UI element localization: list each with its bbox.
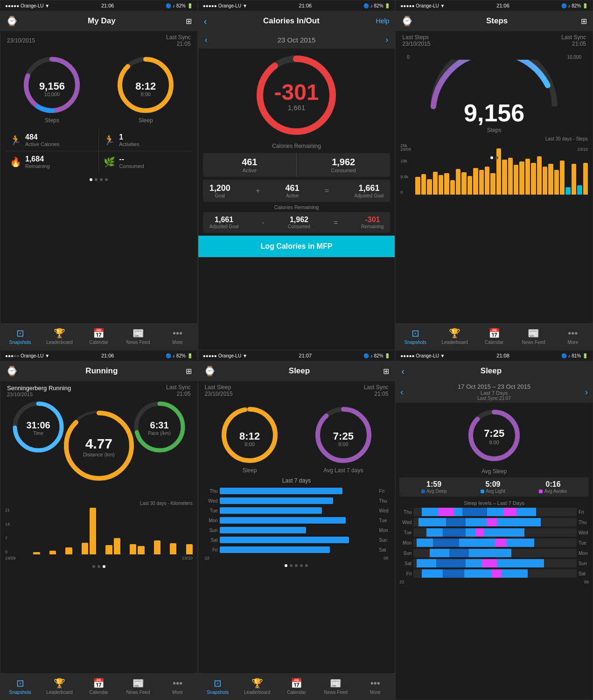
level-label-wed: Wed	[399, 520, 412, 525]
cal-date-nav: ‹ 23 Oct 2015 ›	[198, 31, 395, 49]
cal-breakdown: 461 Active 1,962 Consumed	[203, 153, 391, 177]
eq-consumed: 1,962 Consumed	[288, 216, 310, 229]
nav-newsfeed-5[interactable]: 📰 News Feed	[316, 678, 356, 695]
nav-snapshots-5[interactable]: ⊡ Snapshots	[198, 678, 237, 695]
help-btn[interactable]: Help	[376, 17, 390, 25]
grid-icon-3[interactable]: ⊞	[581, 17, 587, 26]
light-color	[481, 490, 484, 493]
level-label-fri: Fri	[399, 571, 412, 576]
rbar-13	[114, 538, 120, 554]
cal-prev[interactable]: ‹	[205, 35, 208, 45]
nav-newsfeed-1[interactable]: 📰 News Feed	[119, 328, 158, 345]
pace-value: 6:31	[148, 420, 170, 431]
stats-grid-1: 🏃 484 Active Calories 🏃 1 Activities 🔥	[5, 129, 193, 173]
dot-3	[100, 178, 103, 181]
nav-leaderboard-4[interactable]: 🏆 Leaderboard	[40, 678, 79, 695]
activity-name: Senningerberg Running	[7, 385, 71, 392]
sleep-bar-mon: Mon Tue	[205, 517, 389, 524]
nav-calendar-3[interactable]: 📅 Calendar	[474, 328, 514, 345]
cal-next[interactable]: ›	[385, 35, 388, 45]
calendar-label-4: Calendar	[90, 690, 109, 695]
level-deep-mon	[433, 539, 459, 547]
nav-snapshots-3[interactable]: ⊡ Snapshots	[396, 328, 435, 345]
nav-leaderboard-5[interactable]: 🏆 Leaderboard	[237, 678, 277, 695]
content-my-day: 23/10/2015 Last Sync21:05 9,156 10,000 S…	[0, 31, 197, 323]
sub-header-4: Senningerberg Running 23/10/2015 Last Sy…	[0, 381, 197, 400]
steps-goal: 10,000	[39, 91, 65, 97]
nav-more-3[interactable]: ••• More	[553, 328, 593, 345]
steps-chart-y-labels-row: 25k 19k 9.5k 0	[400, 143, 588, 146]
nav-more-1[interactable]: ••• More	[158, 328, 197, 345]
light-stat: 5:09 Avg Light	[481, 480, 505, 494]
sleep-detail-date-range: 17 Oct 2015 – 23 Oct 2015 Last 7 Days La…	[458, 383, 530, 401]
sleep1-value: 8:12	[239, 431, 260, 441]
rbar-9	[82, 543, 88, 554]
grid-icon-1[interactable]: ⊞	[186, 17, 192, 26]
content-sleep: Last Sleep23/10/2015 Last Sync21:05 8:12…	[198, 381, 395, 673]
sleep-detail-prev[interactable]: ‹	[400, 387, 403, 397]
panel-running: ●●●○○ Orange-LU ▼ 21:06 🔵 ♪ 82% 🔋 ⌚ Runn…	[0, 350, 198, 700]
leaderboard-label-4: Leaderboard	[46, 690, 73, 695]
steps-sync: Last Sync21:05	[561, 34, 586, 47]
bar-wrap-fri	[220, 546, 377, 553]
panel-my-day: ●●●●● Orange-LU ▼ 21:06 🔵 ♪ 82% 🔋 ⌚ My D…	[0, 0, 198, 350]
sleep-levels-chart: Thu Fri Wed	[399, 508, 589, 578]
running-bars	[17, 508, 193, 554]
panel-sleep: ●●●●● Orange-LU ▼ 21:07 🔵 ♪ 82% 🔋 ⌚ Slee…	[198, 350, 396, 700]
date-1: 23/10/2015	[7, 37, 35, 44]
level-bar-sat	[413, 559, 577, 567]
active-cal-label: Active Calories	[25, 141, 59, 147]
level-bar-tue	[413, 528, 577, 537]
dots-4	[0, 563, 197, 570]
newsfeed-label-5: News Feed	[324, 690, 348, 695]
nav-snapshots-4[interactable]: ⊡ Snapshots	[0, 678, 40, 695]
nav-more-4[interactable]: ••• More	[158, 678, 197, 695]
sleep-detail-next[interactable]: ›	[585, 387, 588, 397]
bar-30	[583, 163, 588, 195]
nav-leaderboard-1[interactable]: 🏆 Leaderboard	[40, 328, 79, 345]
steps-gauge-labels: 0 10,000	[402, 55, 586, 60]
grid-icon-4[interactable]: ⊞	[186, 367, 192, 376]
sleep-x-labels: 22 06	[205, 556, 389, 560]
log-calories-btn[interactable]: Log Calories in MFP	[198, 236, 395, 257]
nav-newsfeed-3[interactable]: 📰 News Feed	[514, 328, 553, 345]
steps-label: Steps	[45, 117, 59, 124]
active-cal-icon: 🏃	[10, 134, 21, 146]
nav-more-5[interactable]: ••• More	[356, 678, 395, 695]
levels-x-start: 22	[399, 580, 404, 584]
grid-icon-5[interactable]: ⊞	[383, 367, 389, 376]
calendar-label-5: Calendar	[287, 690, 306, 695]
run-time-value: 31:06	[27, 420, 50, 431]
nav-calendar-5[interactable]: 📅 Calendar	[277, 678, 316, 695]
distance-value: 4.77	[83, 436, 115, 452]
sleep2-label: Avg Last 7 days	[323, 467, 363, 474]
deep-text: Avg Deep	[426, 489, 447, 494]
bar-wed	[220, 497, 333, 504]
activities-info: 1 Activities	[119, 133, 139, 147]
bar-label-tue: Tue	[205, 508, 218, 513]
dot-5-2	[290, 564, 293, 567]
back-arrow-2[interactable]: ‹	[204, 16, 207, 27]
battery-6: 🔵 ♪ 81% 🔋	[561, 353, 588, 358]
calendar-icon-3: 📅	[488, 328, 500, 339]
dot-4	[105, 178, 108, 181]
nav-newsfeed-4[interactable]: 📰 News Feed	[119, 678, 158, 695]
level-row-wed: Wed Thu	[399, 518, 589, 526]
bar-11	[473, 168, 478, 195]
fitbit-icon-4: ⌚	[6, 365, 18, 377]
newsfeed-icon-3: 📰	[528, 328, 539, 339]
nav-leaderboard-3[interactable]: 🏆 Leaderboard	[435, 328, 474, 345]
nav-snapshots-1[interactable]: ⊡ Snapshots	[0, 328, 40, 345]
level-awake-wed	[487, 518, 497, 526]
back-arrow-6[interactable]: ‹	[401, 366, 405, 377]
nav-calendar-4[interactable]: 📅 Calendar	[79, 678, 119, 695]
run-y-0: 0	[5, 550, 15, 554]
circles-row-1: 9,156 10,000 Steps 8:12 8:00 Sleep	[0, 50, 197, 126]
cal-consumed-val: 1,962	[302, 157, 384, 168]
distance-circle-wrap: 4.77 Distance (km)	[62, 408, 136, 485]
level-awake-sat	[482, 559, 496, 567]
bar-1	[415, 177, 420, 195]
time-2: 21:06	[299, 3, 312, 8]
nav-calendar-1[interactable]: 📅 Calendar	[79, 328, 119, 345]
bar-2	[421, 174, 426, 195]
